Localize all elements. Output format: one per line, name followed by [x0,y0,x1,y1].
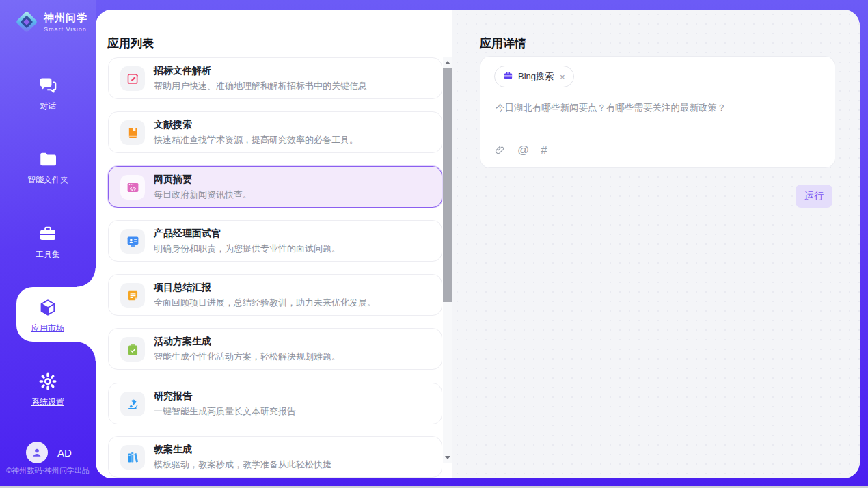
sidebar-item-label: 对话 [0,100,96,112]
app-detail-title: 应用详情 [480,36,526,51]
user-chip[interactable]: AD [26,442,72,463]
gear-icon [38,371,58,392]
folder-icon [38,149,58,170]
sidebar-item-label: 系统设置 [0,396,96,408]
triangle-up-icon [445,61,450,64]
app-name: 文献搜索 [154,119,192,131]
app-name: 研究报告 [154,390,192,403]
sidebar-item-label: 应用市场 [0,323,96,334]
app-description: 模板驱动，教案秒成，教学准备从此轻松快捷 [154,459,331,471]
interviewer-icon [120,229,145,254]
app-name: 活动方案生成 [154,336,211,348]
scrollbar-thumb[interactable] [443,68,452,302]
app-list-item[interactable]: 招标文件解析 帮助用户快速、准确地理解和解析招标书中的关键信息 [108,57,442,99]
toolbox-icon [38,223,58,244]
app-list-item[interactable]: 教案生成 模板驱动，教案秒成，教学准备从此轻松快捷 [108,436,442,478]
scroll-down-button[interactable] [443,452,452,463]
clipboard-check-icon [120,337,145,362]
tool-tag-label: Bing搜索 [518,70,554,83]
edit-document-icon [120,66,145,91]
sidebar-item-label: 工具集 [0,249,96,260]
sidebar-item-label: 智能文件夹 [0,174,96,186]
app-description: 智能生成个性化活动方案，轻松解决规划难题。 [154,351,340,363]
composer-toolbar: @# [494,144,547,156]
app-window: 神州问学 Smart Vision 对话 智能文件夹 工具集 应用市场 系统设置… [0,0,868,488]
user-initials: AD [57,447,72,459]
web-code-icon [120,175,145,200]
copyright: ©神州数码·神州问学出品 [0,465,96,476]
app-list-panel: 应用列表 招标文件解析 帮助用户快速、准确地理解和解析招标书中的关键信息 文献搜… [96,10,452,478]
app-list-item[interactable]: 网页摘要 每日政府新闻资讯快查。 [108,166,442,208]
app-list-item[interactable]: 产品经理面试官 明确身份和职责，为您提供专业性的面试问题。 [108,220,442,262]
report-note-icon [120,283,145,308]
query-text[interactable]: 今日湖北有哪些新闻要点？有哪些需要关注的最新政策？ [496,102,819,114]
sidebar-item-chat[interactable]: 对话 [0,75,96,112]
app-name: 教案生成 [154,444,192,456]
app-detail-panel: 应用详情 Bing搜索 × 今日湖北有哪些新闻要点？有哪些需要关注的最新政策？ … [452,10,860,478]
app-list-item[interactable]: 文献搜索 快速精准查找学术资源，提高研究效率的必备工具。 [108,111,442,153]
app-description: 快速精准查找学术资源，提高研究效率的必备工具。 [154,134,358,146]
sidebar: 神州问学 Smart Vision 对话 智能文件夹 工具集 应用市场 系统设置… [0,0,96,488]
briefcase-icon [503,70,513,83]
app-list: 招标文件解析 帮助用户快速、准确地理解和解析招标书中的关键信息 文献搜索 快速精… [108,10,442,478]
run-button[interactable]: 运行 [796,185,832,208]
app-name: 网页摘要 [154,174,192,186]
main-content: 应用列表 招标文件解析 帮助用户快速、准确地理解和解析招标书中的关键信息 文献搜… [96,10,860,478]
app-list-item[interactable]: 研究报告 一键智能生成高质量长文本研究报告 [108,383,442,424]
triangle-down-icon [445,456,450,459]
avatar [26,442,48,463]
mention-icon[interactable]: @ [517,144,529,156]
book-icon [120,120,145,145]
tool-tag[interactable]: Bing搜索 × [494,66,574,87]
app-description: 每日政府新闻资讯快查。 [154,189,252,201]
sidebar-item-gear[interactable]: 系统设置 [0,371,96,408]
cube-icon [38,297,58,318]
scrollbar[interactable] [443,57,452,463]
books-icon [120,445,145,470]
app-name: 项目总结汇报 [154,282,211,294]
app-description: 一键智能生成高质量长文本研究报告 [154,405,296,418]
chat-icon [38,75,58,96]
app-list-item[interactable]: 项目总结汇报 全面回顾项目进展，总结经验教训，助力未来优化发展。 [108,274,442,316]
hash-icon[interactable]: # [541,144,547,156]
sidebar-item-cube[interactable]: 应用市场 [0,297,96,334]
sidebar-item-toolbox[interactable]: 工具集 [0,223,96,260]
research-icon [120,392,145,416]
sidebar-item-folder[interactable]: 智能文件夹 [0,149,96,186]
app-name: 产品经理面试官 [154,228,221,240]
app-name: 招标文件解析 [154,65,211,77]
app-list-item[interactable]: 活动方案生成 智能生成个性化活动方案，轻松解决规划难题。 [108,328,442,370]
app-description: 全面回顾项目进展，总结经验教训，助力未来优化发展。 [154,297,376,309]
attachment-icon[interactable] [494,144,506,156]
sidebar-nav: 对话 智能文件夹 工具集 应用市场 系统设置 [0,0,96,488]
scroll-up-button[interactable] [443,57,452,68]
app-description: 明确身份和职责，为您提供专业性的面试问题。 [154,243,340,255]
prompt-card: Bing搜索 × 今日湖北有哪些新闻要点？有哪些需要关注的最新政策？ @# [480,56,835,168]
close-icon[interactable]: × [558,72,565,82]
app-description: 帮助用户快速、准确地理解和解析招标书中的关键信息 [154,80,367,92]
